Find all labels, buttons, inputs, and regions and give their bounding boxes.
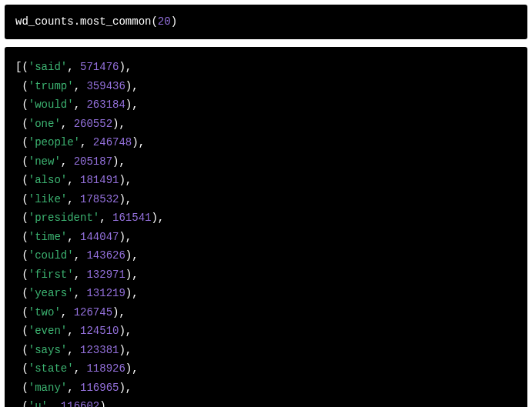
comma: , [67,231,80,243]
count-number: 116602 [61,400,99,407]
code-method: most_common [80,15,151,28]
count-number: 132971 [86,269,125,281]
count-number: 246748 [93,136,132,148]
output-row: ('first', 132971), [15,265,517,285]
output-row: ('president', 161541), [15,209,517,228]
row-prefix: ( [15,118,28,130]
word-text: 'one' [28,118,61,130]
count-number: 260552 [74,118,112,130]
word-text: 'president' [28,212,99,224]
row-prefix: ( [15,155,28,168]
dot: . [74,15,80,28]
word-text: 'state' [28,362,74,375]
row-suffix: ), [125,98,139,111]
comma: , [48,400,61,407]
row-prefix: ( [15,325,28,337]
row-prefix: ( [15,400,28,407]
row-suffix: ), [125,269,139,281]
count-number: 131219 [86,287,125,299]
row-suffix: ), [119,344,132,356]
row-prefix: ( [15,344,28,356]
count-number: 124510 [80,325,119,337]
row-prefix: ( [15,80,28,92]
output-row: ('u', 116602), [15,397,517,407]
output-row: ('also', 181491), [15,171,517,190]
count-number: 116965 [80,382,119,394]
row-suffix: ), [119,193,132,205]
row-prefix: ( [15,382,28,394]
comma: , [61,155,74,168]
row-suffix: ), [119,382,132,394]
output-row: ('could', 143626), [15,246,517,265]
output-row: ('would', 263184), [15,95,517,115]
output-row: ('state', 118926), [15,359,517,379]
word-text: 'said' [28,61,67,73]
count-number: 181491 [80,174,119,186]
row-prefix: ( [15,174,28,186]
comma: , [67,193,80,205]
row-suffix: ), [125,362,139,375]
count-number: 571476 [80,61,119,73]
comma: , [67,325,80,337]
row-suffix: ), [132,136,145,148]
count-number: 118926 [86,362,125,375]
comma: , [99,212,112,224]
row-suffix: ), [119,325,132,337]
row-prefix: ( [15,287,28,299]
comma: , [74,362,87,375]
code-output-cell: [('said', 571476), ('trump', 359436), ('… [5,47,527,407]
row-prefix: [( [15,61,28,73]
row-suffix: ), [125,80,139,92]
code-object: wd_counts [15,15,74,28]
count-number: 126745 [74,306,112,319]
word-text: 'says' [28,344,67,356]
count-number: 123381 [80,344,119,356]
row-suffix: ), [112,118,125,130]
count-number: 205187 [74,155,112,168]
output-row: ('one', 260552), [15,115,517,134]
row-prefix: ( [15,306,28,319]
row-prefix: ( [15,269,28,281]
comma: , [67,344,80,356]
word-text: 'like' [28,193,67,205]
output-row: ('trump', 359436), [15,77,517,96]
code-input-cell[interactable]: wd_counts.most_common(20) [5,5,527,39]
row-suffix: ), [125,287,139,299]
output-row: ('like', 178532), [15,190,517,209]
count-number: 144047 [80,231,119,243]
count-number: 263184 [86,98,125,111]
comma: , [67,382,80,394]
comma: , [74,269,87,281]
word-text: 'many' [28,382,67,394]
comma: , [74,249,87,262]
comma: , [67,174,80,186]
row-suffix: ), [112,306,125,319]
output-row: ('even', 124510), [15,322,517,341]
row-suffix: ), [119,174,132,186]
code-arg: 20 [158,15,171,28]
word-text: 'years' [28,287,74,299]
comma: , [61,118,74,130]
row-suffix: ), [151,212,164,224]
row-suffix: ), [125,249,139,262]
count-number: 161541 [112,212,151,224]
close-paren: ) [171,15,177,28]
word-text: 'new' [28,155,61,168]
word-text: 'first' [28,269,74,281]
output-row: ('time', 144047), [15,228,517,247]
output-row: ('two', 126745), [15,303,517,322]
comma: , [74,80,87,92]
comma: , [80,136,93,148]
word-text: 'would' [28,98,74,111]
word-text: 'u' [28,400,48,407]
row-prefix: ( [15,98,28,111]
output-row: ('new', 205187), [15,152,517,172]
word-text: 'could' [28,249,74,262]
row-suffix: ), [99,400,112,407]
comma: , [74,98,87,111]
word-text: 'time' [28,231,67,243]
row-prefix: ( [15,362,28,375]
row-suffix: ), [119,61,132,73]
count-number: 143626 [86,249,125,262]
word-text: 'two' [28,306,61,319]
